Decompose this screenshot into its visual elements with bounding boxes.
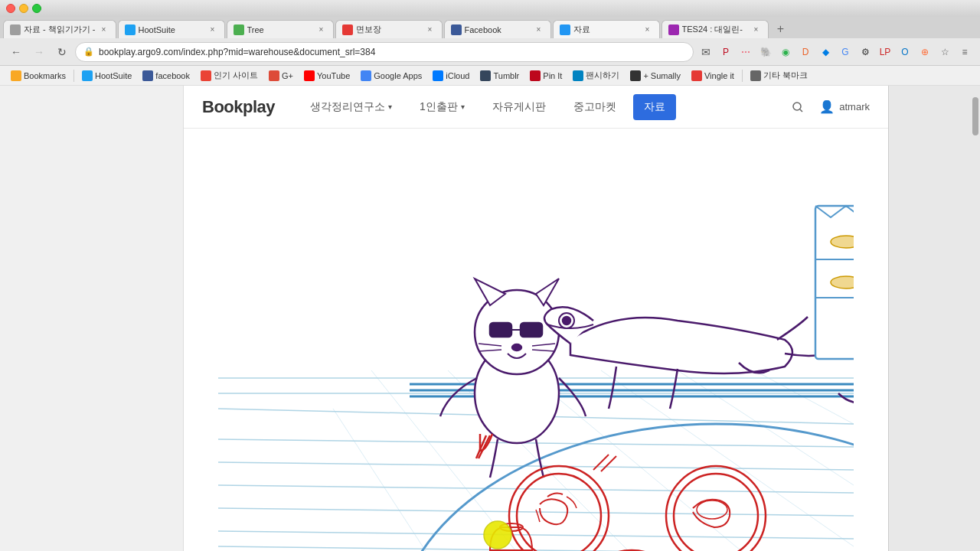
bookmark-separator-1 [74, 70, 74, 82]
tab-3[interactable]: Tree × [227, 20, 334, 38]
window-controls[interactable] [6, 4, 41, 13]
menu-button[interactable]: ≡ [956, 43, 974, 61]
diigo-icon[interactable]: D [796, 43, 815, 61]
bookmark-youtube[interactable]: YouTube [299, 69, 354, 83]
bookmark-other[interactable]: 기타 북마크 [746, 68, 812, 83]
forward-button[interactable]: → [29, 42, 49, 62]
minimize-button[interactable] [19, 4, 28, 13]
bookmark-facebook[interactable]: facebook [138, 69, 194, 83]
ext-icon-4[interactable]: ⊕ [916, 43, 934, 61]
bookmark-gplus[interactable]: G+ [264, 69, 298, 83]
tab-close-4[interactable]: × [425, 24, 436, 35]
dropbox-icon[interactable]: ◆ [816, 43, 835, 61]
bookmark-sumally[interactable]: + Sumally [626, 69, 685, 83]
cursor-indicator [484, 521, 511, 549]
tab-favicon-4 [342, 24, 353, 35]
site-logo[interactable]: Bookplay [202, 97, 275, 117]
close-button[interactable] [6, 4, 15, 13]
tab-bar: 자료 - 책읽기가기 - × HootSuite × Tree × 면보장 × … [0, 17, 980, 38]
star-button[interactable]: ☆ [936, 43, 954, 61]
bookmark-label-popular: 인기 사이트 [214, 70, 258, 81]
tab-close-5[interactable]: × [534, 24, 544, 35]
site-navbar: Bookplay 생각정리연구소 ▾ 1인출판 ▾ 자유게시판 중고마켓 [184, 86, 888, 129]
google-apps-icon [361, 70, 371, 81]
tab-favicon-6 [560, 24, 570, 35]
bookmark-popular-sites[interactable]: 인기 사이트 [196, 68, 263, 83]
scrollbar-handle[interactable] [972, 97, 978, 135]
tab-title-2: HootSuite [139, 25, 204, 34]
bookmark-label-youtube: YouTube [317, 71, 350, 80]
nav-item-market[interactable]: 중고마켓 [563, 94, 627, 120]
bookmark-label-icloud: iCloud [446, 71, 469, 80]
bookmark-fancy[interactable]: 팬시하기 [568, 68, 624, 83]
tab-5[interactable]: Facebook × [444, 20, 551, 38]
bookmark-label-facebook: facebook [155, 71, 190, 80]
ext-icon-3[interactable]: O [896, 43, 914, 61]
os-titlebar [0, 0, 980, 17]
search-icon [792, 101, 804, 113]
bookmark-hootsuite[interactable]: HootSuite [77, 69, 136, 83]
ext-icon-2[interactable]: ⚙ [856, 43, 874, 61]
nav-item-resources[interactable]: 자료 [633, 94, 676, 120]
vingle-icon [691, 70, 702, 81]
bookmark-google-apps[interactable]: Google Apps [356, 69, 426, 83]
bookmark-pinterest[interactable]: Pin It [525, 69, 567, 83]
tab-title-5: Facebook [465, 25, 531, 34]
bookmark-label-bookmarks: Bookmarks [24, 71, 66, 80]
tab-1[interactable]: 자료 - 책읽기가기 - × [3, 20, 116, 38]
tab-7[interactable]: TES24 : 대일린- × [662, 20, 769, 38]
svg-point-46 [831, 276, 854, 289]
evernote-icon[interactable]: 🐘 [756, 43, 775, 61]
other-bookmarks-icon [750, 70, 761, 81]
pocket-icon[interactable]: ⋯ [737, 43, 755, 61]
browser-window: 자료 - 책읽기가기 - × HootSuite × Tree × 면보장 × … [0, 17, 980, 551]
tab-favicon-5 [451, 24, 462, 35]
nav-item-board[interactable]: 자유게시판 [482, 94, 557, 120]
tab-close-1[interactable]: × [99, 24, 109, 35]
maximize-button[interactable] [32, 4, 41, 13]
content-image [184, 129, 888, 551]
tab-close-3[interactable]: × [316, 24, 327, 35]
feedly-icon[interactable]: ◉ [776, 43, 795, 61]
tab-2[interactable]: HootSuite × [118, 20, 225, 38]
address-bar[interactable]: 🔒 bookplay.argo9.com/index.php?mid=wareh… [75, 42, 694, 62]
svg-line-6 [218, 462, 854, 470]
search-button[interactable] [786, 95, 810, 119]
tab-4[interactable]: 면보장 × [335, 20, 443, 38]
tab-title-4: 면보장 [356, 24, 422, 35]
bookmark-separator-2 [742, 70, 743, 82]
nav-dropdown-arrow-1: ▾ [388, 103, 392, 111]
pinterest-icon[interactable]: P [717, 43, 735, 61]
back-button[interactable]: ← [6, 42, 26, 62]
bookmark-icloud[interactable]: iCloud [428, 69, 474, 83]
nav-action-buttons: ✉ P ⋯ 🐘 ◉ D ◆ G ⚙ LP O ⊕ ☆ ≡ [697, 43, 974, 61]
ext-icon-1[interactable]: G [836, 43, 854, 61]
svg-line-57 [601, 456, 616, 471]
new-tab-button[interactable]: + [770, 20, 792, 38]
bookmark-label-other: 기타 북마크 [763, 70, 808, 81]
svg-point-60 [674, 474, 758, 551]
left-sidebar [0, 86, 184, 551]
bookmark-label-pinterest: Pin It [543, 71, 562, 80]
tumblr-icon [480, 70, 491, 81]
bookmark-tumblr[interactable]: Tumblr [475, 69, 524, 83]
tab-6[interactable]: 자료 × [553, 20, 660, 38]
svg-line-17 [333, 409, 433, 551]
nav-item-board-label: 자유게시판 [492, 100, 546, 114]
bookmark-vingle[interactable]: Vingle it [687, 69, 739, 83]
nav-item-research[interactable]: 생각정리연구소 ▾ [299, 94, 403, 120]
lock-icon: 🔒 [83, 47, 94, 57]
tab-title-7: TES24 : 대일린- [682, 24, 748, 35]
nav-item-publishing[interactable]: 1인출판 ▾ [409, 94, 475, 120]
tab-close-6[interactable]: × [642, 24, 653, 35]
bookmark-bookmarks[interactable]: Bookmarks [6, 69, 70, 83]
gmail-icon[interactable]: ✉ [697, 43, 715, 61]
svg-point-35 [563, 317, 570, 324]
tab-favicon-3 [234, 24, 244, 35]
tab-close-2[interactable]: × [207, 24, 218, 35]
lastpass-icon[interactable]: LP [876, 43, 894, 61]
refresh-button[interactable]: ↻ [52, 42, 72, 62]
user-info[interactable]: 👤 atmark [819, 99, 870, 114]
tab-close-7[interactable]: × [751, 24, 762, 35]
nav-item-resources-label: 자료 [644, 100, 665, 114]
